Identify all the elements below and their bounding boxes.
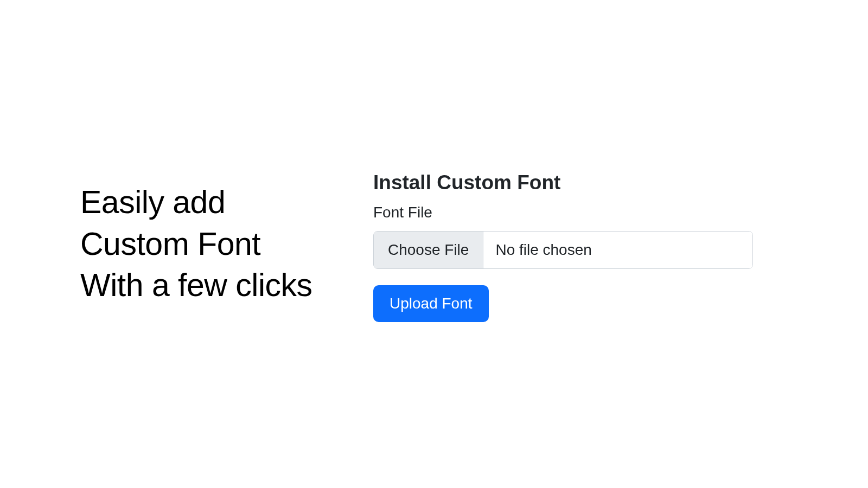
form-section: Install Custom Font Font File Choose Fil… xyxy=(341,166,868,322)
headline: Easily add Custom Font With a few clicks xyxy=(80,182,341,306)
headline-section: Easily add Custom Font With a few clicks xyxy=(80,182,341,306)
headline-line-1: Easily add xyxy=(80,182,341,223)
file-picker[interactable]: Choose File No file chosen xyxy=(373,231,753,269)
headline-line-2: Custom Font xyxy=(80,223,341,265)
headline-line-3: With a few clicks xyxy=(80,265,341,306)
file-picker-status: No file chosen xyxy=(483,232,752,268)
form-title: Install Custom Font xyxy=(373,171,868,194)
choose-file-button[interactable]: Choose File xyxy=(374,232,483,268)
file-field-label: Font File xyxy=(373,204,868,221)
upload-font-button[interactable]: Upload Font xyxy=(373,285,489,322)
